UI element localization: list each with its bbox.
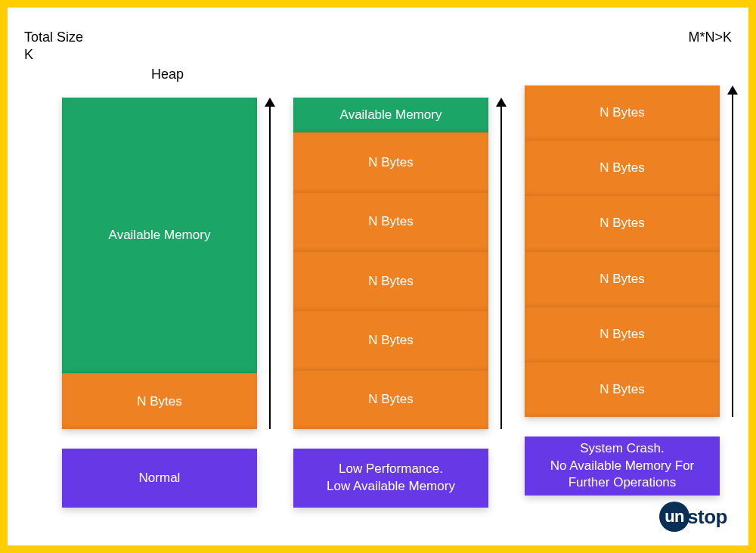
upward-arrow-icon xyxy=(496,98,507,429)
heap-label: Heap xyxy=(151,67,184,82)
condition-label: M*N>K xyxy=(688,29,732,63)
allocated-segment: N Bytes xyxy=(293,310,488,369)
arrow-line xyxy=(732,93,733,417)
brand-logo: un stop xyxy=(659,502,727,532)
allocated-segment: N Bytes xyxy=(293,192,488,251)
allocated-segment: N Bytes xyxy=(525,195,720,250)
upward-arrow-icon xyxy=(727,85,738,417)
logo-rest: stop xyxy=(687,505,727,529)
heap-column: Available MemoryN BytesNormal xyxy=(62,98,257,508)
total-size-line2: K xyxy=(24,46,83,64)
column-0: Available MemoryN BytesNormal xyxy=(62,98,275,508)
column-2: N BytesN BytesN BytesN BytesN BytesN Byt… xyxy=(525,98,738,508)
logo-mark-circle: un xyxy=(659,502,689,532)
logo-mark-text: un xyxy=(665,508,684,525)
allocated-segment: N Bytes xyxy=(293,132,488,191)
column-caption: Low Performance.Low Available Memory xyxy=(293,449,488,508)
diagram-frame: Total Size K M*N>K Heap Available Memory… xyxy=(0,0,756,553)
column-1: Available MemoryN BytesN BytesN BytesN B… xyxy=(293,98,507,508)
available-memory-segment: Available Memory xyxy=(62,98,257,373)
column-caption: System Crash.No Available Memory ForFurt… xyxy=(525,436,720,496)
arrow-line xyxy=(269,105,271,429)
memory-stack: Available MemoryN BytesN BytesN BytesN B… xyxy=(293,98,488,429)
heap-column: N BytesN BytesN BytesN BytesN BytesN Byt… xyxy=(525,98,720,508)
allocated-segment: N Bytes xyxy=(525,85,720,140)
arrow-line xyxy=(500,105,502,429)
allocated-segment: N Bytes xyxy=(293,251,488,310)
allocated-segment: N Bytes xyxy=(293,370,488,429)
allocated-segment: N Bytes xyxy=(62,373,257,429)
heap-column: Available MemoryN BytesN BytesN BytesN B… xyxy=(293,98,488,508)
allocated-segment: N Bytes xyxy=(525,140,720,195)
available-memory-segment: Available Memory xyxy=(293,98,488,132)
columns-row: Available MemoryN BytesNormalAvailable M… xyxy=(24,98,732,508)
allocated-segment: N Bytes xyxy=(525,306,720,362)
upward-arrow-icon xyxy=(265,98,275,429)
column-caption: Normal xyxy=(62,449,257,508)
allocated-segment: N Bytes xyxy=(525,251,720,306)
top-labels: Total Size K M*N>K xyxy=(24,29,732,63)
memory-stack: N BytesN BytesN BytesN BytesN BytesN Byt… xyxy=(525,85,720,417)
total-size-label: Total Size K xyxy=(24,29,83,63)
memory-stack: Available MemoryN Bytes xyxy=(62,98,257,429)
allocated-segment: N Bytes xyxy=(525,362,720,417)
total-size-line1: Total Size xyxy=(24,29,83,46)
